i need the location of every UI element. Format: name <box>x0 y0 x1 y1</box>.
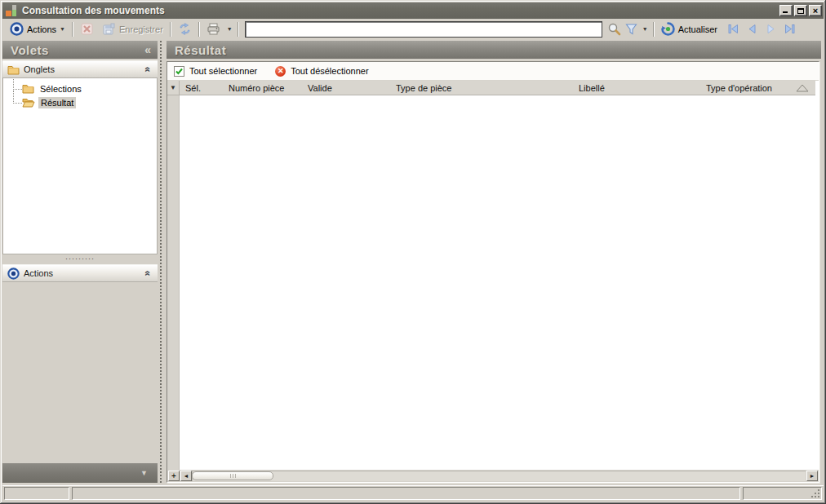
status-panel-main <box>72 487 740 500</box>
section-actions-header[interactable]: Actions « <box>2 264 158 282</box>
bullseye-icon <box>10 22 24 36</box>
section-onglets-label: Onglets <box>24 64 55 74</box>
column-header-valide[interactable]: Valide <box>302 81 390 95</box>
folder-closed-icon <box>22 83 34 94</box>
tree-connector <box>13 78 22 90</box>
sidebar-main-splitter[interactable] <box>158 41 163 483</box>
tree-item-label: Sélections <box>38 83 84 95</box>
sidebar-volets: Volets « Onglets « Sélections Résultat <box>2 41 158 483</box>
arrow-right-icon: ► <box>810 472 815 480</box>
column-header-libelle[interactable]: Libellé <box>573 81 700 95</box>
selection-toolbar: Tout sélectionner ✕ Tout désélectionner <box>167 62 819 81</box>
titlebar[interactable]: Consultation des mouvements × <box>2 2 824 19</box>
horizontal-scrollbar-thumb[interactable] <box>192 471 273 480</box>
nav-next-icon[interactable] <box>764 22 778 36</box>
sidebar-header: Volets « <box>2 41 158 59</box>
onglets-tree: Sélections Résultat <box>2 78 158 254</box>
toolbar-separator <box>170 22 171 37</box>
table-rows-area[interactable] <box>180 95 819 470</box>
filter-icon <box>624 22 638 36</box>
maximize-button[interactable] <box>794 5 807 16</box>
delete-button-disabled[interactable] <box>76 20 98 38</box>
main-title: Résultat <box>175 43 226 57</box>
row-gutter-column <box>167 95 180 470</box>
filter-button[interactable] <box>623 20 640 38</box>
minimize-icon <box>783 11 788 13</box>
search-input[interactable] <box>245 21 602 38</box>
refresh-button[interactable]: Actualiser <box>657 20 722 38</box>
window-title: Consultation des mouvements <box>22 5 165 16</box>
tree-item-selections[interactable]: Sélections <box>3 82 157 95</box>
collapse-section-icon[interactable]: « <box>143 271 154 276</box>
actions-menu-label: Actions <box>27 24 56 34</box>
thumb-grip <box>233 474 233 478</box>
sidebar-empty-area <box>2 282 158 463</box>
folder-icon <box>7 64 20 75</box>
search-button[interactable] <box>606 20 623 38</box>
nav-first-icon[interactable] <box>726 22 740 36</box>
statusbar <box>2 485 824 501</box>
plus-icon: + <box>171 472 176 480</box>
checkmark-icon <box>175 67 184 76</box>
toolbar-separator <box>198 22 200 37</box>
print-button[interactable] <box>202 20 224 38</box>
deselect-all-label[interactable]: Tout désélectionner <box>291 66 368 76</box>
minimize-button[interactable] <box>779 5 793 16</box>
table-body-empty <box>167 95 819 470</box>
sync-button[interactable] <box>174 20 196 38</box>
resize-grip-icon[interactable] <box>818 496 819 497</box>
delete-icon <box>80 22 94 36</box>
sidebar-section-splitter[interactable]: ········· <box>2 254 158 263</box>
grid-bottom-bar: + ◄ ► <box>167 470 819 482</box>
chevron-down-icon: ▼ <box>60 26 65 33</box>
search-icon <box>607 22 621 36</box>
bullseye-icon <box>7 267 20 280</box>
deselect-all-button[interactable]: ✕ <box>275 66 286 77</box>
section-actions-label: Actions <box>24 268 53 278</box>
sidebar-overflow-bar[interactable]: ▼ <box>2 463 158 483</box>
toolbar-separator <box>653 22 655 37</box>
chevron-down-icon: ▼ <box>642 26 648 33</box>
select-all-button[interactable] <box>174 66 184 77</box>
filter-options-button[interactable]: ▼ <box>640 20 651 38</box>
column-header-numero-piece[interactable]: Numéro pièce <box>223 81 302 95</box>
section-onglets-header[interactable]: Onglets « <box>2 60 158 78</box>
thumb-grip <box>230 474 231 478</box>
horizontal-scrollbar-track[interactable] <box>192 471 806 481</box>
actions-menu-button[interactable]: Actions ▼ <box>6 20 69 38</box>
application-window: { "window": { "title": "Consultation des… <box>0 0 826 504</box>
overflow-down-icon: ▼ <box>140 469 148 477</box>
select-all-label[interactable]: Tout sélectionner <box>189 66 257 76</box>
close-button[interactable]: × <box>809 5 822 16</box>
sidebar-title: Volets <box>11 43 49 57</box>
main-toolbar: Actions ▼ Enregistrer ▼ <box>2 19 824 39</box>
print-options-button[interactable]: ▼ <box>224 20 235 38</box>
scroll-right-button[interactable]: ► <box>806 471 818 481</box>
save-button-disabled[interactable]: Enregistrer <box>98 20 167 38</box>
record-navigation <box>726 22 797 36</box>
refresh-icon <box>661 22 675 36</box>
scroll-left-button[interactable]: ◄ <box>180 471 192 481</box>
save-icon <box>102 22 116 36</box>
status-panel-right <box>743 487 822 500</box>
sync-icon <box>178 22 192 36</box>
collapse-panel-icon[interactable]: « <box>144 43 151 56</box>
add-row-button[interactable]: + <box>168 471 180 481</box>
printer-icon <box>206 22 220 36</box>
thumb-grip <box>235 474 236 478</box>
nav-previous-icon[interactable] <box>745 22 759 36</box>
row-selector-header[interactable]: ▼ <box>167 81 180 95</box>
column-header-type-operation[interactable]: Type d'opération <box>700 81 815 95</box>
tree-connector <box>13 91 22 104</box>
main-panel: Résultat Tout sélectionner ✕ Tout déséle… <box>163 41 821 483</box>
toolbar-separator <box>238 22 239 37</box>
column-header-type-de-piece[interactable]: Type de pièce <box>390 81 573 95</box>
tree-item-resultat[interactable]: Résultat <box>3 95 157 109</box>
column-header-sel[interactable]: Sél. <box>180 81 223 95</box>
table-header-row: ▼ Sél. Numéro pièce Valide Type de pièce… <box>167 81 815 95</box>
maximize-icon <box>797 8 804 14</box>
collapse-section-icon[interactable]: « <box>143 67 154 73</box>
close-icon: × <box>813 7 818 15</box>
x-icon: ✕ <box>278 67 284 75</box>
nav-last-icon[interactable] <box>783 22 797 36</box>
